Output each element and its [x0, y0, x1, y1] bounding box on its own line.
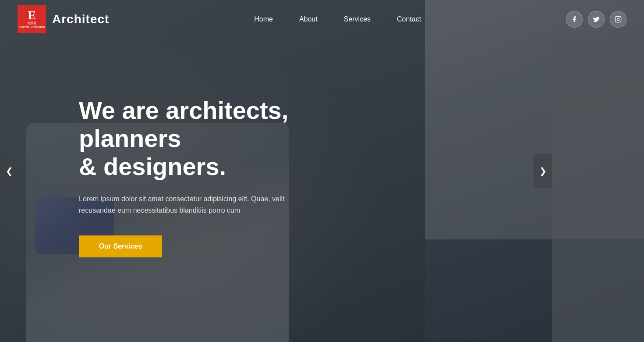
- instagram-icon[interactable]: [610, 11, 626, 28]
- logo-title: Architect: [52, 12, 109, 26]
- logo-area: E 资源君 eyunzhu.com/vdisk Architect: [18, 5, 109, 33]
- logo-sub-text: 资源君: [27, 21, 36, 25]
- logo-letter: E: [28, 9, 36, 21]
- nav-about[interactable]: About: [299, 15, 318, 23]
- nav-contact[interactable]: Contact: [397, 15, 421, 23]
- hero-subtext: Lorem ipsum dolor sit amet consectetur a…: [79, 193, 311, 217]
- main-nav: Home About Services Contact: [254, 15, 421, 23]
- header: E 资源君 eyunzhu.com/vdisk Architect Home A…: [0, 0, 644, 38]
- facebook-icon[interactable]: [566, 11, 583, 28]
- svg-rect-0: [615, 16, 621, 22]
- slider-prev-button[interactable]: ❮: [0, 153, 18, 189]
- hero-heading-line2: & designers.: [79, 153, 226, 180]
- logo-badge: E 资源君 eyunzhu.com/vdisk: [18, 5, 46, 33]
- cta-button[interactable]: Our Services: [79, 235, 162, 257]
- logo-url-text: eyunzhu.com/vdisk: [19, 25, 45, 29]
- hero-heading: We are architects, planners & designers.: [79, 96, 377, 181]
- nav-home[interactable]: Home: [254, 15, 273, 23]
- arrow-right-icon: ❯: [539, 166, 547, 176]
- social-icons-group: [566, 11, 626, 28]
- twitter-icon[interactable]: [588, 11, 605, 28]
- hero-section: E 资源君 eyunzhu.com/vdisk Architect Home A…: [0, 0, 644, 342]
- nav-services[interactable]: Services: [344, 15, 371, 23]
- slider-next-button[interactable]: ❯: [534, 153, 552, 189]
- hero-heading-line1: We are architects, planners: [79, 96, 288, 152]
- arrow-left-icon: ❮: [6, 166, 13, 176]
- hero-content: We are architects, planners & designers.…: [0, 38, 644, 342]
